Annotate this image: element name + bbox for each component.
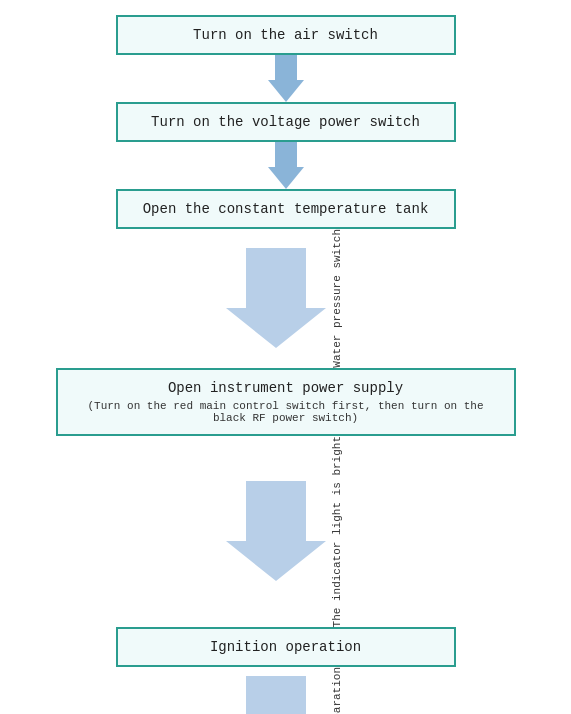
arrow3: Water pressure switch <box>226 229 344 368</box>
arrow1-shape <box>268 55 304 102</box>
arrow2-shape <box>268 142 304 189</box>
step3-box: Open the constant temperature tank <box>116 189 456 229</box>
arrow2 <box>268 142 304 189</box>
arrow1-shaft <box>275 55 297 80</box>
step4-box: Open instrument power supply (Turn on th… <box>56 368 516 436</box>
arrow3-shape <box>226 248 326 348</box>
step1-box: Turn on the air switch <box>116 15 456 55</box>
arrow4-head <box>226 541 326 581</box>
arrow2-head <box>268 167 304 189</box>
step3-label: Open the constant temperature tank <box>143 201 429 217</box>
step1-label: Turn on the air switch <box>193 27 378 43</box>
arrow5: Sample preparation <box>226 667 344 714</box>
arrow1-head <box>268 80 304 102</box>
arrow3-shaft <box>246 248 306 308</box>
step5-label: Ignition operation <box>210 639 361 655</box>
arrow4-shaft <box>246 481 306 541</box>
arrow4-label: The indicator light is bright <box>330 436 344 627</box>
step4-subtitle: (Turn on the red main control switch fir… <box>78 400 494 424</box>
arrow5-shaft <box>246 676 306 714</box>
arrow4-shape <box>226 481 326 581</box>
arrow3-head <box>226 308 326 348</box>
arrow2-shaft <box>275 142 297 167</box>
arrow4: The indicator light is bright <box>226 436 344 627</box>
arrow5-shape <box>226 676 326 714</box>
step2-box: Turn on the voltage power switch <box>116 102 456 142</box>
step4-label: Open instrument power supply <box>168 380 403 396</box>
flowchart: Turn on the air switch Turn on the volta… <box>10 15 561 714</box>
step5-box: Ignition operation <box>116 627 456 667</box>
arrow5-label: Sample preparation <box>330 667 344 714</box>
arrow3-label: Water pressure switch <box>330 229 344 368</box>
arrow1 <box>268 55 304 102</box>
step2-label: Turn on the voltage power switch <box>151 114 420 130</box>
